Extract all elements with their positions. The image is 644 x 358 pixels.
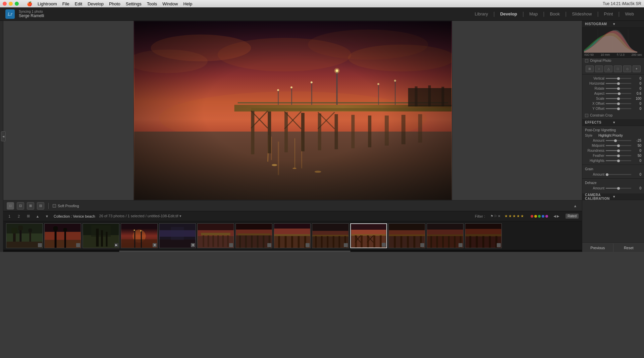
fs-num-2[interactable]: 2: [16, 214, 21, 219]
view-people-btn[interactable]: ⊟: [37, 202, 44, 210]
original-photo-checkbox[interactable]: [585, 59, 588, 62]
star-rating-filter[interactable]: ★ ★ ★ ★ ★: [504, 214, 524, 218]
yoffset-slider[interactable]: [606, 108, 631, 109]
yoffset-handle[interactable]: [617, 107, 620, 110]
aspect-handle[interactable]: [618, 92, 621, 95]
original-photo-row[interactable]: Original Photo: [582, 58, 644, 63]
filter-reject[interactable]: ✕: [498, 214, 500, 218]
nav-slideshow[interactable]: Slideshow: [567, 10, 596, 18]
apple-menu[interactable]: 🍎: [27, 1, 32, 6]
transform-icon-grid[interactable]: ⊞: [586, 65, 594, 72]
vertical-slider[interactable]: [606, 78, 631, 79]
calibration-header[interactable]: Camera Calibration ▾: [582, 193, 644, 200]
maximize-button[interactable]: [15, 2, 19, 6]
grain-amount-handle[interactable]: [606, 173, 608, 176]
vertical-handle[interactable]: [617, 77, 620, 80]
film-thumb-7[interactable]: [235, 223, 272, 248]
filter-blue[interactable]: [542, 215, 544, 218]
filter-flag[interactable]: ⚑: [490, 214, 493, 218]
grain-amount-slider[interactable]: [606, 174, 631, 175]
vignette-feather-slider[interactable]: [606, 155, 631, 156]
menu-develop[interactable]: Develop: [88, 1, 104, 6]
vignette-midpoint-slider[interactable]: [606, 145, 631, 146]
menu-photo[interactable]: Photo: [109, 1, 120, 6]
filmstrip-scrollbar[interactable]: [3, 250, 582, 252]
star-1[interactable]: ★: [504, 214, 508, 218]
transform-icon-diamond[interactable]: ◇: [623, 65, 631, 72]
film-thumb-1[interactable]: [6, 223, 43, 248]
vignette-feather-handle[interactable]: [617, 154, 620, 157]
film-thumb-8[interactable]: [274, 223, 311, 248]
vignette-midpoint-handle[interactable]: [617, 144, 620, 147]
star-5[interactable]: ★: [521, 214, 524, 218]
constrain-crop-checkbox[interactable]: [585, 114, 588, 117]
film-thumb-3[interactable]: ▶: [83, 223, 119, 248]
left-panel-toggle[interactable]: ◀: [1, 131, 6, 141]
transform-icon-square[interactable]: □: [614, 65, 622, 72]
film-thumb-9[interactable]: [312, 223, 349, 248]
window-controls[interactable]: [3, 2, 19, 6]
vignette-amount-handle[interactable]: [614, 139, 617, 142]
film-thumb-11[interactable]: [388, 223, 425, 248]
film-thumb-6[interactable]: [197, 223, 234, 248]
effects-header[interactable]: Effects ▾: [582, 119, 644, 126]
film-thumb-12[interactable]: [427, 223, 464, 248]
filter-next-arrow[interactable]: ▶: [557, 214, 559, 218]
reset-button[interactable]: Reset: [613, 243, 644, 252]
dehaze-amount-handle[interactable]: [617, 187, 620, 190]
scale-slider[interactable]: [606, 98, 631, 99]
menu-file[interactable]: File: [62, 1, 69, 6]
image-viewer[interactable]: [3, 21, 582, 200]
horizontal-handle[interactable]: [617, 82, 620, 85]
fs-grid-view[interactable]: ⊞: [25, 214, 31, 219]
film-thumb-5[interactable]: ★: [159, 223, 196, 248]
transform-icon-triangle[interactable]: △: [604, 65, 612, 72]
filter-green[interactable]: [538, 215, 541, 218]
menu-edit[interactable]: Edit: [75, 1, 82, 6]
collection-name[interactable]: Collection : Venice beach: [54, 214, 95, 218]
star-4[interactable]: ★: [517, 214, 520, 218]
vignette-highlights-handle[interactable]: [617, 160, 620, 162]
film-thumb-13[interactable]: [465, 223, 502, 248]
dehaze-amount-slider[interactable]: [606, 188, 631, 189]
close-button[interactable]: [3, 2, 7, 6]
scale-handle[interactable]: [617, 97, 620, 100]
nav-book[interactable]: Book: [545, 10, 565, 18]
filter-unflag[interactable]: ⚐: [494, 214, 497, 218]
view-single-btn[interactable]: □: [7, 202, 14, 210]
film-thumb-4[interactable]: ★: [121, 223, 158, 248]
nav-web[interactable]: Web: [621, 10, 639, 18]
toolbar-collapse-btn[interactable]: ▲: [572, 203, 579, 209]
style-value[interactable]: Highlight Priority: [598, 134, 623, 137]
vignette-roundness-handle[interactable]: [617, 149, 620, 152]
soft-proofing-toggle[interactable]: Soft Proofing: [53, 204, 79, 208]
star-3[interactable]: ★: [513, 214, 516, 218]
nav-develop[interactable]: Develop: [495, 10, 522, 18]
soft-proofing-checkbox[interactable]: [53, 204, 56, 208]
film-thumb-10[interactable]: 1 of 2: [350, 223, 387, 248]
film-thumb-2[interactable]: [44, 223, 81, 248]
filter-yellow[interactable]: [534, 215, 537, 218]
nav-map[interactable]: Map: [525, 10, 542, 18]
transform-icon-circle[interactable]: ○: [595, 65, 603, 72]
filmstrip-scroll-thumb[interactable]: [119, 251, 351, 252]
menu-lightroom[interactable]: Lightroom: [38, 1, 57, 6]
view-compare-btn[interactable]: ⊡: [17, 202, 24, 210]
nav-library[interactable]: Library: [470, 10, 493, 18]
xoffset-slider[interactable]: [606, 103, 631, 104]
fs-nav-up[interactable]: ▲: [35, 214, 40, 219]
rotate-slider[interactable]: [606, 88, 631, 89]
vignette-roundness-slider[interactable]: [606, 150, 631, 151]
filter-purple[interactable]: [545, 215, 548, 218]
fs-nav-down[interactable]: ▼: [44, 214, 50, 219]
menu-help[interactable]: Help: [183, 1, 192, 6]
rotate-handle[interactable]: [617, 87, 620, 90]
menu-settings[interactable]: Settings: [126, 1, 142, 6]
menu-tools[interactable]: Tools: [147, 1, 157, 6]
filter-prev-arrow[interactable]: ◀: [553, 214, 556, 218]
xoffset-handle[interactable]: [617, 102, 620, 105]
previous-button[interactable]: Previous: [582, 243, 613, 252]
aspect-slider[interactable]: [606, 93, 631, 94]
constrain-crop-row[interactable]: Constrain Crop: [582, 113, 644, 119]
view-survey-btn[interactable]: ⊞: [27, 202, 34, 210]
